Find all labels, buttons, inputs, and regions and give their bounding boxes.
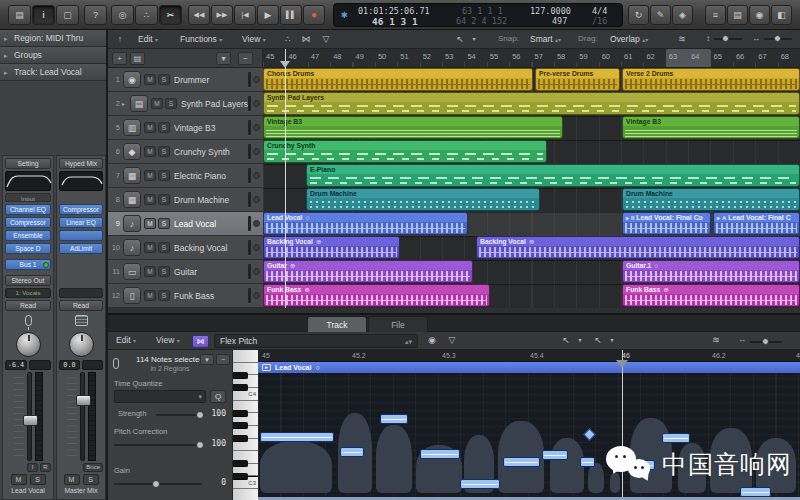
cycle-button[interactable]: ↻ bbox=[628, 5, 649, 25]
quantize-dropdown[interactable] bbox=[114, 390, 206, 403]
flex-icon[interactable]: ⋈ bbox=[192, 335, 209, 348]
record-enable-button[interactable]: R bbox=[40, 463, 51, 472]
track-header-crunchy-synth[interactable]: 6◆MSCrunchy Synth bbox=[108, 140, 263, 164]
volume-fader[interactable] bbox=[80, 372, 85, 461]
track-name[interactable]: Lead Vocal bbox=[174, 219, 248, 229]
list-editors-button[interactable]: ≡ bbox=[705, 5, 726, 25]
drag-menu[interactable]: Overlap ▴▾ bbox=[604, 32, 654, 46]
lcd-display[interactable]: ✱ 01:01:25:06.71 46 1 3 1 63 1 1 1 64 2 … bbox=[333, 3, 623, 27]
track-solo-button[interactable]: S bbox=[158, 170, 170, 181]
microphone-icon[interactable]: ♪ bbox=[123, 239, 141, 256]
flex-pitch-note-diamond[interactable] bbox=[583, 428, 596, 441]
catch-playhead-icon[interactable]: ◉ bbox=[424, 333, 440, 347]
track-input-indicator[interactable] bbox=[253, 220, 260, 227]
track-mute-button[interactable]: M bbox=[144, 218, 156, 229]
plugin-slot[interactable]: Ensemble bbox=[5, 230, 51, 241]
output-slot[interactable]: Stereo Out bbox=[5, 275, 51, 286]
tool-menu-caret[interactable]: ▾ bbox=[572, 333, 588, 347]
replace-button[interactable]: ✎ bbox=[650, 5, 671, 25]
track-shrink-button[interactable]: − bbox=[238, 52, 253, 65]
bar-ruler[interactable]: 4546474849505152535455565758596061626364… bbox=[263, 49, 800, 68]
smart-controls-icon[interactable]: ◎ bbox=[111, 5, 134, 25]
track-name[interactable]: Drummer bbox=[174, 75, 248, 85]
input-slot[interactable]: Input bbox=[5, 193, 51, 202]
region-vintage-b3[interactable]: Vintage B3 bbox=[622, 116, 800, 139]
pitch-correction-slider[interactable] bbox=[114, 444, 202, 446]
track-mute-button[interactable]: M bbox=[144, 122, 156, 133]
region-inspector-header[interactable]: Region: MIDI Thru bbox=[0, 30, 106, 47]
piano-black-key[interactable] bbox=[233, 410, 248, 417]
bass-icon[interactable]: ▯ bbox=[123, 287, 141, 304]
strength-slider[interactable] bbox=[156, 414, 202, 416]
send-level-knob[interactable] bbox=[43, 262, 49, 268]
play-button[interactable]: ▶ bbox=[257, 5, 279, 25]
track-input-indicator[interactable] bbox=[253, 268, 260, 275]
volume-value[interactable]: 0.0 bbox=[59, 360, 80, 370]
stop-button[interactable]: |◀ bbox=[234, 5, 256, 25]
track-header-synth-pad-layers[interactable]: 2▸▤MSSynth Pad Layers bbox=[108, 92, 263, 116]
flex-pitch-note[interactable] bbox=[260, 432, 334, 442]
piano-black-key[interactable] bbox=[233, 384, 248, 391]
horizontal-zoom-icon[interactable]: ↔ bbox=[734, 333, 750, 347]
flex-pitch-note[interactable] bbox=[380, 414, 408, 424]
mute-button[interactable]: M bbox=[64, 474, 80, 485]
editor-playhead-marker[interactable] bbox=[616, 360, 628, 368]
pan-knob[interactable] bbox=[5, 330, 51, 358]
track-header-electric-piano[interactable]: 7▦MSElectric Piano bbox=[108, 164, 263, 188]
track-input-indicator[interactable] bbox=[253, 124, 260, 131]
editors-icon[interactable]: ✂ bbox=[159, 5, 182, 25]
snap-menu[interactable]: Smart ▴▾ bbox=[524, 32, 567, 46]
track-solo-button[interactable]: S bbox=[165, 98, 177, 109]
record-button[interactable]: ● bbox=[303, 5, 325, 25]
waveform-zoom-icon[interactable]: ≋ bbox=[674, 32, 690, 46]
track-solo-button[interactable]: S bbox=[158, 194, 170, 205]
view-menu[interactable]: View ▾ bbox=[152, 333, 184, 347]
track-input-indicator[interactable] bbox=[253, 172, 260, 179]
piano-black-key[interactable] bbox=[233, 435, 248, 442]
vertical-zoom-slider[interactable] bbox=[714, 38, 742, 40]
track-solo-button[interactable]: S bbox=[158, 122, 170, 133]
forward-button[interactable]: ▶▶ bbox=[211, 5, 233, 25]
input-monitor-button[interactable]: I bbox=[27, 463, 38, 472]
view-menu[interactable]: View ▾ bbox=[238, 32, 270, 46]
editor-region-header[interactable]: ▸ Lead Vocal ○ bbox=[258, 362, 800, 373]
organ-icon[interactable]: ▥ bbox=[123, 119, 141, 136]
eq-thumbnail[interactable] bbox=[5, 171, 51, 191]
track-name[interactable]: Synth Pad Layers bbox=[181, 99, 248, 109]
send-slot[interactable]: Bus 1 bbox=[5, 259, 51, 270]
track-solo-button[interactable]: S bbox=[158, 266, 170, 277]
region-drum-machine[interactable]: Drum Machine bbox=[622, 188, 800, 211]
gain-slider[interactable] bbox=[114, 483, 202, 485]
drum-kit-icon[interactable]: ◉ bbox=[123, 71, 141, 88]
volume-value[interactable]: -6.4 bbox=[5, 360, 27, 370]
track-header-drum-machine[interactable]: 8▦MSDrum Machine bbox=[108, 188, 263, 212]
region-guitar[interactable]: Guitar⊕ bbox=[263, 260, 473, 283]
volume-fader[interactable] bbox=[27, 372, 32, 461]
hide-panel-icon[interactable]: ↑ bbox=[112, 32, 128, 46]
track-header-lead-vocal[interactable]: 9♪MSLead Vocal bbox=[108, 212, 263, 236]
plugin-slot[interactable]: Compressor bbox=[5, 217, 51, 228]
toolbar-icon[interactable]: ▤ bbox=[8, 5, 31, 25]
quick-help-icon[interactable]: ? bbox=[84, 5, 107, 25]
region-lead-vocal[interactable]: Lead Vocal○ bbox=[263, 212, 468, 235]
track-name[interactable]: Guitar bbox=[174, 267, 248, 277]
solo-button[interactable]: S bbox=[83, 474, 99, 485]
track-mute-button[interactable]: M bbox=[144, 290, 156, 301]
flex-pitch-note[interactable] bbox=[580, 457, 595, 467]
piano-white-key[interactable] bbox=[233, 350, 258, 363]
region-funk-bass[interactable]: Funk Bass⊕ bbox=[263, 284, 490, 307]
close-panel-button[interactable]: − bbox=[216, 354, 230, 365]
flex-pitch-note[interactable] bbox=[662, 433, 690, 443]
drum-machine-icon[interactable]: ▦ bbox=[123, 191, 141, 208]
track-name[interactable]: Electric Piano bbox=[174, 171, 248, 181]
track-solo-button[interactable]: S bbox=[158, 74, 170, 85]
add-track-button[interactable]: + bbox=[112, 52, 127, 65]
groups-inspector-header[interactable]: Groups bbox=[0, 47, 106, 64]
region-drum-machine[interactable]: Drum Machine bbox=[306, 188, 540, 211]
plugin-slot[interactable]: Linear EQ bbox=[59, 217, 103, 228]
track-input-indicator[interactable] bbox=[253, 76, 260, 83]
flex-pitch-note[interactable] bbox=[740, 487, 771, 497]
region-funk-bass[interactable]: Funk Bass⊕ bbox=[622, 284, 800, 307]
plugin-slot[interactable]: Channel EQ bbox=[5, 204, 51, 215]
track-header-vintage-b3[interactable]: 5▥MSVintage B3 bbox=[108, 116, 263, 140]
